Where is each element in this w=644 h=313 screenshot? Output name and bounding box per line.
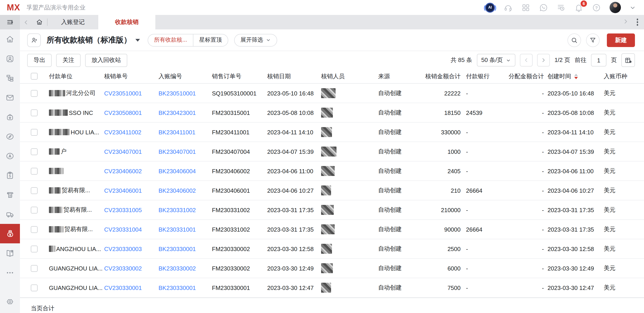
search-button[interactable] [568,33,581,47]
entry-no-link[interactable]: BK230510001 [158,90,196,97]
row-checkbox[interactable] [31,245,38,252]
follow-button[interactable]: 关注 [56,54,80,67]
chevron-down-icon [506,58,511,63]
entry-no-link[interactable]: BK230330002 [158,265,196,272]
entry-no-link[interactable]: BK230331002 [158,206,196,213]
sidebar-item-assistant[interactable] [0,146,20,165]
person-redaction [321,147,336,156]
goto-page-input[interactable] [591,54,606,66]
col-payer[interactable]: 付款单位 [49,72,104,80]
sidebar-item-organization[interactable] [0,68,20,88]
entry-no-link[interactable]: BK230411001 [158,129,196,136]
col-writeoff-no[interactable]: 核销单号 [104,72,158,80]
writeoff-no-link[interactable]: CV230508001 [104,109,142,116]
tab-scroll-left-icon[interactable] [20,15,32,29]
sidebar-item-more[interactable] [0,263,20,282]
export-button[interactable]: 导出 [27,54,52,67]
row-checkbox[interactable] [31,129,38,136]
writeoff-no-link[interactable]: CV230330001 [104,284,142,291]
sidebar-item-settings[interactable] [0,292,20,311]
row-checkbox[interactable] [31,284,38,291]
sidebar-item-products[interactable] [0,107,20,127]
total-count: 共 85 条 [450,56,472,64]
next-page-button[interactable] [537,54,550,66]
user-avatar[interactable] [610,2,621,13]
entry-no-link[interactable]: BK230406004 [158,167,196,174]
collapse-menu-icon[interactable] [0,15,20,29]
writeoff-no-link[interactable]: CV230330002 [104,265,142,272]
col-writeoff-person[interactable]: 核销人员 [321,72,378,80]
sidebar-item-contacts[interactable] [0,49,20,68]
chevron-down-icon[interactable] [630,4,636,11]
entry-no-link[interactable]: BK230330001 [158,245,196,252]
view-owner-button[interactable] [27,33,41,47]
sidebar-item-mail[interactable] [0,88,20,107]
help-question-icon[interactable]: ? [592,3,601,12]
tab-entry-register[interactable]: 入账登记 [48,15,98,29]
sidebar-item-ledger[interactable] [0,243,20,263]
col-amount-total[interactable]: 核销金额合计 [420,72,460,80]
app-grid-icon[interactable] [521,3,530,12]
entry-currency: 美元 [599,109,644,117]
page-size-select[interactable]: 50 条/页 [477,54,516,66]
row-checkbox[interactable] [31,187,38,194]
home-tab-icon[interactable] [32,15,47,29]
writeoff-no-link[interactable]: CV230406001 [104,187,142,194]
entry-no-link[interactable]: BK230406002 [158,187,196,194]
row-checkbox[interactable] [31,265,38,272]
writeoff-no-link[interactable]: CV230330003 [104,245,142,252]
expand-filter-pill[interactable]: 展开筛选 [234,34,277,46]
entry-no-link[interactable]: BK230330001 [158,284,196,291]
create-new-button[interactable]: 新建 [607,33,635,47]
table-row: 贸易有限... CV230331004 BK230331001 FM230331… [20,220,644,239]
col-created-at[interactable]: 创建时间 [544,72,599,80]
sidebar-item-discover[interactable] [0,127,20,146]
tab-more-kebab-icon[interactable] [636,19,638,26]
task-list-clock-icon[interactable] [556,3,566,12]
notification-bell-icon[interactable]: 6 [574,3,583,12]
writeoff-no-link[interactable]: CV230407001 [104,148,142,155]
sort-created-at[interactable] [574,73,578,79]
entry-no-link[interactable]: BK230331001 [158,226,196,233]
col-order-no[interactable]: 销售订单号 [212,72,267,80]
row-checkbox[interactable] [31,148,38,155]
col-entry-no[interactable]: 入账编号 [158,72,212,80]
headset-support-icon[interactable] [504,3,513,12]
col-source[interactable]: 来源 [378,72,420,80]
sidebar-item-invoice[interactable] [0,185,20,204]
writeoff-no-link[interactable]: CV230331004 [104,226,142,233]
row-checkbox[interactable] [31,109,38,116]
sidebar-item-quotation[interactable]: $ [0,165,20,185]
sidebar-item-home[interactable] [0,29,20,49]
row-checkbox[interactable] [31,226,38,233]
col-alloc-total[interactable]: 分配金额合计 [506,72,544,80]
ai-assistant-icon[interactable]: AI [485,2,495,12]
whatsapp-phone-icon[interactable] [539,3,548,12]
recycle-bin-button[interactable]: 放入回收站 [85,54,127,67]
entry-no-link[interactable]: BK230407001 [158,148,196,155]
writeoff-no-link[interactable]: CV230406002 [104,167,142,174]
entry-no-link[interactable]: BK230423001 [158,109,196,116]
select-all-checkbox[interactable] [31,73,38,80]
payment-bank: 26664 [460,187,506,194]
tab-scroll-right-icon[interactable] [622,18,628,26]
star-pin-pill[interactable]: 星标置顶 [194,34,228,46]
table-settings-button[interactable] [621,53,635,67]
prev-page-button[interactable] [520,54,533,66]
row-checkbox[interactable] [31,90,38,97]
filter-button[interactable] [586,33,600,47]
col-writeoff-date[interactable]: 核销日期 [267,72,321,80]
tab-payment-writeoff[interactable]: 收款核销 [98,15,155,29]
col-payment-bank[interactable]: 付款银行 [460,72,506,80]
row-checkbox[interactable] [31,206,38,213]
writeoff-no-link[interactable]: CV230331005 [104,206,142,213]
payer-redaction [49,148,60,155]
sidebar-item-finance[interactable] [0,224,20,243]
writeoff-no-link[interactable]: CV230510001 [104,90,142,97]
current-view-pill[interactable]: 所有收款核... [148,34,194,46]
row-checkbox[interactable] [31,167,38,174]
writeoff-no-link[interactable]: CV230411002 [104,129,141,136]
sidebar-item-delivery[interactable] [0,204,20,224]
col-entry-currency[interactable]: 入账币种 [599,72,644,80]
title-dropdown-caret[interactable] [136,39,140,41]
